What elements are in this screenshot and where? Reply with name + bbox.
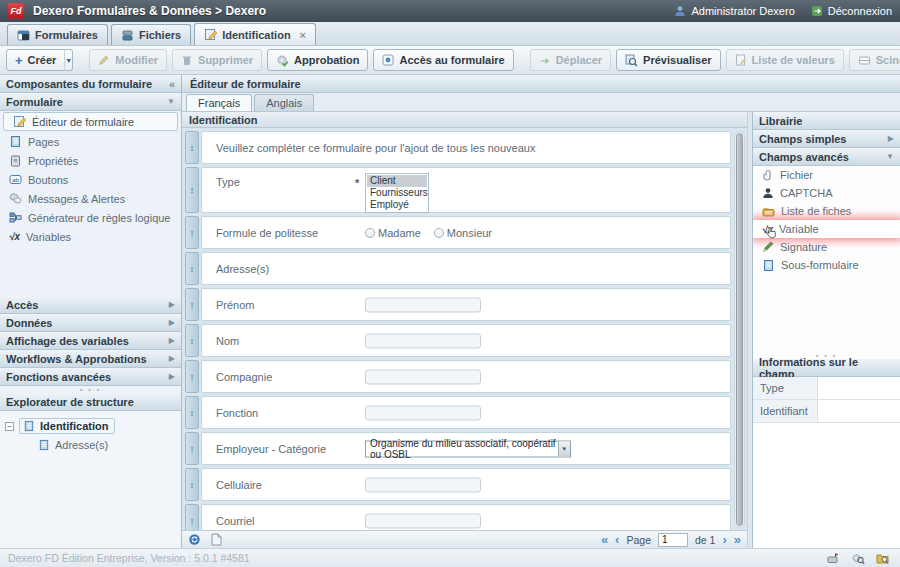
tab-fichiers[interactable]: Fichiers <box>111 24 191 45</box>
structure-explorer-header[interactable]: Explorateur de structure <box>0 393 181 411</box>
panel-splitter[interactable]: • • • <box>0 386 181 393</box>
select-arrow-icon[interactable]: ▼ <box>558 441 570 456</box>
sidebar-item-pages[interactable]: Pages <box>0 132 181 151</box>
form-access-button[interactable]: Accès au formulaire <box>373 49 513 71</box>
access-icon <box>382 54 394 66</box>
section-acces[interactable]: Accès ▶ <box>0 296 181 314</box>
left-panel-header[interactable]: Composantes du formulaire « <box>0 75 181 93</box>
library-item-variable[interactable]: √x Variable <box>753 220 900 238</box>
drag-handle[interactable]: ↕ <box>185 167 199 213</box>
create-button[interactable]: + Créer <box>6 49 65 71</box>
field-row-type[interactable]: ↕ Type * Client Fournisseurs Employé <box>185 167 731 213</box>
field-row-courriel[interactable]: ↕ Courriel <box>185 504 731 530</box>
section-champs-simples[interactable]: Champs simples ▶ <box>753 130 900 148</box>
folder-search-icon[interactable] <box>876 552 890 565</box>
sidebar-item-generateur-regles[interactable]: Générateur de règles logique <box>0 208 181 227</box>
page-input[interactable] <box>658 533 688 547</box>
library-item-sous-formulaire[interactable]: Sous-formulaire <box>753 256 900 274</box>
create-dropdown-button[interactable]: ▼ <box>64 49 73 71</box>
field-row-compagnie[interactable]: ↕ Compagnie <box>185 360 731 393</box>
prev-page-button[interactable]: ‹ <box>615 535 619 545</box>
section-fonctions-avancees[interactable]: Fonctions avancées ▶ <box>0 368 181 386</box>
tab-identification[interactable]: Identification × <box>194 23 316 45</box>
edit-button[interactable]: Modifier <box>89 49 167 71</box>
field-row-adresses[interactable]: ↕ Adresse(s) <box>185 252 731 285</box>
nom-input[interactable] <box>365 333 481 348</box>
drag-handle[interactable]: ↕ <box>185 360 199 393</box>
logout-button[interactable]: Déconnexion <box>811 5 892 17</box>
field-row-politesse[interactable]: ↕ Formule de politesse Madame Monsieur <box>185 216 731 249</box>
value-list-button[interactable]: Liste de valeurs <box>726 49 844 71</box>
library-header: Librairie <box>753 112 900 130</box>
scrollbar-thumb[interactable] <box>736 133 743 526</box>
sidebar-item-proprietes[interactable]: Propriétés <box>0 151 181 170</box>
tab-formulaires[interactable]: Formulaires <box>7 24 108 45</box>
last-page-button[interactable]: » <box>734 535 741 545</box>
drag-handle[interactable]: ↕ <box>185 216 199 249</box>
refresh-icon[interactable] <box>188 533 201 546</box>
drag-handle[interactable]: ↕ <box>185 252 199 285</box>
drag-handle[interactable]: ↕ <box>185 131 199 164</box>
field-row-employeur[interactable]: ↕ Employeur - Catégorie Organisme du mil… <box>185 432 731 465</box>
split-button[interactable]: Scinder <box>849 49 900 71</box>
drag-handle[interactable]: ↕ <box>185 324 199 357</box>
field-row-nom[interactable]: ↕ Nom <box>185 324 731 357</box>
tree-collapse-icon[interactable]: − <box>5 422 14 431</box>
field-row-fonction[interactable]: ↕ Fonction <box>185 396 731 429</box>
sidebar-item-variables[interactable]: √x Variables <box>0 227 181 246</box>
field-row-cellulaire[interactable]: ↕ Cellulaire <box>185 468 731 501</box>
drag-icon: ↕ <box>190 480 195 490</box>
export-page-icon[interactable] <box>210 533 222 546</box>
close-tab-icon[interactable]: × <box>300 29 306 41</box>
drag-handle[interactable]: ↕ <box>185 468 199 501</box>
section-affichage-variables[interactable]: Affichage des variables ▶ <box>0 332 181 350</box>
library-item-signature[interactable]: Signature <box>753 238 900 256</box>
drag-handle[interactable]: ↕ <box>185 504 199 530</box>
listbox-option[interactable]: Fournisseurs <box>367 187 427 199</box>
tab-francais[interactable]: Français <box>186 94 252 111</box>
drag-icon: ↕ <box>190 143 195 153</box>
field-row-prenom[interactable]: ↕ Prénom <box>185 288 731 321</box>
notification-flag-icon[interactable] <box>826 552 840 565</box>
sidebar-item-messages-alertes[interactable]: Messages & Alertes <box>0 189 181 208</box>
preview-button[interactable]: Prévisualiser <box>616 49 721 71</box>
drag-handle[interactable]: ↕ <box>185 396 199 429</box>
section-donnees[interactable]: Données ▶ <box>0 314 181 332</box>
collapse-panel-icon[interactable]: « <box>169 78 175 90</box>
sidebar-item-editeur-de-formulaire[interactable]: Éditeur de formulaire <box>3 112 178 131</box>
type-listbox[interactable]: Client Fournisseurs Employé <box>365 173 429 213</box>
employeur-select[interactable]: Organisme du milieu associatif, coopérat… <box>365 440 571 457</box>
field-row-intro[interactable]: ↕ Veuillez compléter ce formulaire pour … <box>185 131 731 164</box>
courriel-input[interactable] <box>365 513 481 528</box>
cellulaire-input[interactable] <box>365 477 481 492</box>
radio-monsieur[interactable] <box>434 228 444 238</box>
library-item-captcha[interactable]: CAPTCHA <box>753 184 900 202</box>
drag-handle[interactable]: ↕ <box>185 432 199 465</box>
listbox-option[interactable]: Employé <box>367 199 427 211</box>
section-workflows[interactable]: Workflows & Approbations ▶ <box>0 350 181 368</box>
prenom-input[interactable] <box>365 297 481 312</box>
tree-node-adresses[interactable]: Adresse(s) <box>38 439 176 451</box>
fonction-input[interactable] <box>365 405 481 420</box>
section-label: Données <box>6 317 52 329</box>
first-page-button[interactable]: « <box>601 535 608 545</box>
radio-madame[interactable] <box>365 228 375 238</box>
section-champs-avances[interactable]: Champs avancés ▼ <box>753 148 900 166</box>
tab-label: Identification <box>222 29 290 41</box>
library-item-liste-de-fiches[interactable]: Liste de fiches <box>753 202 900 220</box>
listbox-option[interactable]: Client <box>367 175 427 187</box>
section-formulaire[interactable]: Formulaire ▼ <box>0 93 181 111</box>
tab-anglais[interactable]: Anglais <box>254 94 314 111</box>
drag-handle[interactable]: ↕ <box>185 288 199 321</box>
tree-node-identification[interactable]: Identification <box>19 418 115 434</box>
user-menu[interactable]: Administrator Dexero <box>674 5 794 17</box>
delete-button[interactable]: Supprimer <box>172 49 262 71</box>
vertical-scrollbar[interactable] <box>734 131 745 528</box>
move-button[interactable]: Déplacer <box>530 49 611 71</box>
compagnie-input[interactable] <box>365 369 481 384</box>
sidebar-item-boutons[interactable]: ab Boutons <box>0 170 181 189</box>
gear-search-icon[interactable] <box>851 552 865 565</box>
next-page-button[interactable]: › <box>722 535 726 545</box>
approval-button[interactable]: Approbation <box>267 49 368 71</box>
library-item-fichier[interactable]: Fichier <box>753 166 900 184</box>
